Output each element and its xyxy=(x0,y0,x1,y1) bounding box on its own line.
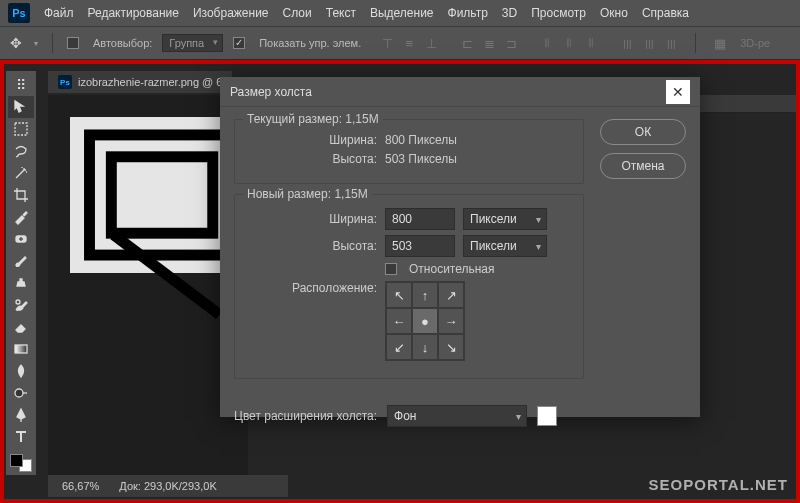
history-brush-tool[interactable] xyxy=(8,294,34,316)
file-type-icon: Ps xyxy=(58,75,72,89)
type-tool[interactable] xyxy=(8,426,34,448)
zoom-level[interactable]: 66,67% xyxy=(62,480,99,492)
new-size-value: 1,15М xyxy=(334,187,367,201)
align-bottom-icon[interactable]: ⊥ xyxy=(421,33,441,53)
align-hmid-icon[interactable]: ≣ xyxy=(479,33,499,53)
mode-3d-label[interactable]: 3D-ре xyxy=(740,37,770,49)
dist-right-icon[interactable]: ⫼ xyxy=(661,33,681,53)
new-width-unit-select[interactable]: Пиксели xyxy=(463,208,547,230)
anchor-nw[interactable]: ↖ xyxy=(386,282,412,308)
pen-tool[interactable] xyxy=(8,404,34,426)
brush-tool[interactable] xyxy=(8,250,34,272)
canvas-area[interactable] xyxy=(48,95,248,475)
status-bar: 66,67% Док: 293,0K/293,0K xyxy=(48,475,288,497)
eraser-tool[interactable] xyxy=(8,316,34,338)
menu-3d[interactable]: 3D xyxy=(502,6,517,20)
menu-edit[interactable]: Редактирование xyxy=(88,6,179,20)
anchor-n[interactable]: ↑ xyxy=(412,282,438,308)
move-tool-icon[interactable]: ✥ xyxy=(10,35,22,51)
current-size-value: 1,15M xyxy=(345,112,378,126)
current-size-label: Текущий размер: xyxy=(247,112,342,126)
canvas-size-dialog: Размер холста ✕ Текущий размер: 1,15M Ши… xyxy=(220,77,700,417)
menu-image[interactable]: Изображение xyxy=(193,6,269,20)
color-swatches[interactable] xyxy=(10,454,32,472)
lasso-tool[interactable] xyxy=(8,140,34,162)
anchor-e[interactable]: → xyxy=(438,308,464,334)
doc-size-value: 293,0K/293,0K xyxy=(144,480,217,492)
canvas-artwork xyxy=(84,129,240,260)
left-toolbar: ⠿ xyxy=(6,71,36,475)
blur-tool[interactable] xyxy=(8,360,34,382)
menu-text[interactable]: Текст xyxy=(326,6,356,20)
anchor-center[interactable]: ● xyxy=(412,308,438,334)
grip-icon[interactable]: ⠿ xyxy=(8,74,34,96)
ext-color-swatch[interactable] xyxy=(537,406,557,426)
dist-bottom-icon[interactable]: ⫴ xyxy=(581,33,601,53)
current-width-value: 800 Пикселы xyxy=(385,133,457,147)
new-height-input[interactable] xyxy=(385,235,455,257)
anchor-ne[interactable]: ↗ xyxy=(438,282,464,308)
arrange-icon[interactable]: ▦ xyxy=(710,33,730,53)
menu-bar: Ps Файл Редактирование Изображение Слои … xyxy=(0,0,800,26)
relative-checkbox[interactable] xyxy=(385,263,397,275)
eyedropper-tool[interactable] xyxy=(8,206,34,228)
new-size-label: Новый размер: xyxy=(247,187,331,201)
options-bar: ✥▾ Автовыбор: Группа Показать упр. элем.… xyxy=(0,26,800,60)
clone-stamp-tool[interactable] xyxy=(8,272,34,294)
dodge-tool[interactable] xyxy=(8,382,34,404)
dist-hmid-icon[interactable]: ⫼ xyxy=(639,33,659,53)
ext-color-select[interactable]: Фон xyxy=(387,405,527,427)
menu-help[interactable]: Справка xyxy=(642,6,689,20)
align-vmid-icon[interactable]: ≡ xyxy=(399,33,419,53)
cancel-button[interactable]: Отмена xyxy=(600,153,686,179)
autoselect-label: Автовыбор: xyxy=(93,37,152,49)
svg-point-4 xyxy=(15,389,23,397)
divider xyxy=(695,33,696,53)
align-left-icon[interactable]: ⊏ xyxy=(457,33,477,53)
align-right-icon[interactable]: ⊐ xyxy=(501,33,521,53)
show-controls-checkbox[interactable] xyxy=(233,37,245,49)
divider xyxy=(52,33,53,53)
tool-preset-chevron-icon[interactable]: ▾ xyxy=(34,39,38,48)
app-logo-icon: Ps xyxy=(8,3,30,23)
menu-window[interactable]: Окно xyxy=(600,6,628,20)
dist-top-icon[interactable]: ⫴ xyxy=(537,33,557,53)
menu-file[interactable]: Файл xyxy=(44,6,74,20)
anchor-label: Расположение: xyxy=(247,281,377,295)
healing-brush-tool[interactable] xyxy=(8,228,34,250)
magic-wand-tool[interactable] xyxy=(8,162,34,184)
document-tab[interactable]: Ps izobrazhenie-razmer.png @ 6 xyxy=(48,71,232,93)
menu-layers[interactable]: Слои xyxy=(283,6,312,20)
marquee-tool[interactable] xyxy=(8,118,34,140)
dist-left-icon[interactable]: ⫼ xyxy=(617,33,637,53)
document-name: izobrazhenie-razmer.png @ 6 xyxy=(78,76,222,88)
new-size-group: Новый размер: 1,15М Ширина: Пиксели Высо… xyxy=(234,194,584,379)
autoselect-type-dropdown[interactable]: Группа xyxy=(162,34,223,52)
anchor-se[interactable]: ↘ xyxy=(438,334,464,360)
menu-filter[interactable]: Фильтр xyxy=(448,6,488,20)
align-top-icon[interactable]: ⊤ xyxy=(377,33,397,53)
dist-vmid-icon[interactable]: ⫴ xyxy=(559,33,579,53)
ok-button[interactable]: ОК xyxy=(600,119,686,145)
anchor-w[interactable]: ← xyxy=(386,308,412,334)
svg-rect-0 xyxy=(15,123,27,135)
move-tool[interactable] xyxy=(8,96,34,118)
close-button[interactable]: ✕ xyxy=(666,80,690,104)
svg-point-2 xyxy=(16,300,20,304)
autoselect-checkbox[interactable] xyxy=(67,37,79,49)
anchor-grid[interactable]: ↖ ↑ ↗ ← ● → ↙ ↓ ↘ xyxy=(385,281,465,361)
dialog-titlebar[interactable]: Размер холста ✕ xyxy=(220,77,700,107)
new-height-label: Высота: xyxy=(247,239,377,253)
menu-select[interactable]: Выделение xyxy=(370,6,434,20)
watermark: SEOPORTAL.NET xyxy=(649,476,788,493)
ext-color-label: Цвет расширения холста: xyxy=(234,409,377,423)
menu-view[interactable]: Просмотр xyxy=(531,6,586,20)
new-height-unit-select[interactable]: Пиксели xyxy=(463,235,547,257)
anchor-sw[interactable]: ↙ xyxy=(386,334,412,360)
relative-label: Относительная xyxy=(409,262,495,276)
new-width-input[interactable] xyxy=(385,208,455,230)
anchor-s[interactable]: ↓ xyxy=(412,334,438,360)
crop-tool[interactable] xyxy=(8,184,34,206)
gradient-tool[interactable] xyxy=(8,338,34,360)
new-width-label: Ширина: xyxy=(247,212,377,226)
